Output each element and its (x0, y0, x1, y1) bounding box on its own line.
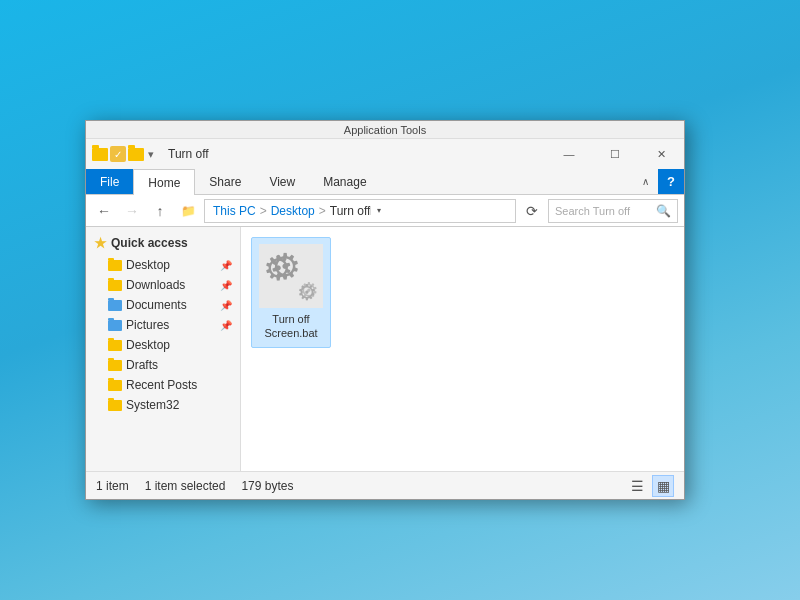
gear-icon-large: ⚙ ⚙ (259, 244, 323, 308)
ribbon-expand[interactable]: ∧ (632, 169, 658, 194)
tab-home[interactable]: Home (133, 169, 195, 195)
explorer-window: Application Tools ✓ ▾ Turn off — ☐ ✕ Fil… (85, 120, 685, 500)
folder-icon-2 (128, 148, 144, 161)
folder-location-icon[interactable]: 📁 (176, 199, 200, 223)
refresh-button[interactable]: ⟳ (520, 199, 544, 223)
item-count: 1 item (96, 479, 129, 493)
sidebar-item-recent-posts[interactable]: Recent Posts (86, 375, 240, 395)
title-bar-main: ✓ ▾ Turn off — ☐ ✕ (86, 139, 684, 169)
sidebar-item-pictures[interactable]: Pictures 📌 (86, 315, 240, 335)
search-icon: 🔍 (656, 204, 671, 218)
sidebar-item-label: Desktop (126, 258, 170, 272)
sidebar-item-documents[interactable]: Documents 📌 (86, 295, 240, 315)
quick-access-star-icon: ★ (94, 235, 107, 251)
back-button[interactable]: ← (92, 199, 116, 223)
title-bar-icons: ✓ ▾ (86, 139, 160, 169)
forward-button[interactable]: → (120, 199, 144, 223)
view-list-button[interactable]: ☰ (626, 475, 648, 497)
gear-icon-small: ⚙ (299, 278, 319, 304)
sidebar-item-label: Drafts (126, 358, 158, 372)
sidebar-item-system32[interactable]: System32 (86, 395, 240, 415)
up-button[interactable]: ↑ (148, 199, 172, 223)
folder-icon-desktop2 (108, 340, 122, 351)
path-part-thispc: This PC (213, 204, 256, 218)
view-detail-button[interactable]: ▦ (652, 475, 674, 497)
status-bar: 1 item 1 item selected 179 bytes ☰ ▦ (86, 471, 684, 499)
window-controls: — ☐ ✕ (546, 139, 684, 169)
app-tools-strip: Application Tools (86, 121, 684, 139)
tab-file[interactable]: File (86, 169, 133, 194)
file-size: 179 bytes (241, 479, 293, 493)
path-part-turnoff: Turn off (330, 204, 371, 218)
selected-info: 1 item selected (145, 479, 226, 493)
dropdown-arrow[interactable]: ▾ (148, 148, 154, 161)
sidebar-item-label: System32 (126, 398, 179, 412)
checkmark-icon: ✓ (110, 146, 126, 162)
pin-icon-pictures: 📌 (220, 320, 232, 331)
file-area[interactable]: ⚙ ⚙ Turn offScreen.bat (241, 227, 684, 471)
sidebar-section-label: Quick access (111, 236, 188, 250)
folder-icon-pictures (108, 320, 122, 331)
ribbon-spacer (381, 169, 632, 194)
sidebar-item-label: Desktop (126, 338, 170, 352)
folder-icon-downloads (108, 280, 122, 291)
pin-icon-downloads: 📌 (220, 280, 232, 291)
address-bar: ← → ↑ 📁 This PC > Desktop > Turn off ▾ ⟳… (86, 195, 684, 227)
search-box[interactable]: Search Turn off 🔍 (548, 199, 678, 223)
status-bar-right: ☰ ▦ (626, 475, 674, 497)
app-tools-label: Application Tools (344, 124, 426, 136)
sidebar-item-label: Recent Posts (126, 378, 197, 392)
file-item-turnoff[interactable]: ⚙ ⚙ Turn offScreen.bat (251, 237, 331, 348)
pin-icon-documents: 📌 (220, 300, 232, 311)
folder-icon (92, 148, 108, 161)
pin-icon: 📌 (220, 260, 232, 271)
address-dropdown[interactable]: ▾ (370, 206, 386, 215)
sidebar-item-drafts[interactable]: Drafts (86, 355, 240, 375)
title-bar-wrapper: Application Tools ✓ ▾ Turn off — ☐ ✕ (86, 121, 684, 169)
sidebar-item-label: Documents (126, 298, 187, 312)
main-area: ★ Quick access Desktop 📌 Downloads 📌 Doc… (86, 227, 684, 471)
tab-share[interactable]: Share (195, 169, 255, 194)
window-title: Turn off (160, 139, 546, 169)
folder-icon-desktop (108, 260, 122, 271)
gear-icon-main: ⚙ (263, 248, 293, 288)
close-button[interactable]: ✕ (638, 139, 684, 169)
sidebar-section-quickaccess[interactable]: ★ Quick access (86, 231, 240, 255)
ribbon-tabs: File Home Share View Manage ∧ ? (86, 169, 684, 195)
tab-view[interactable]: View (255, 169, 309, 194)
search-placeholder: Search Turn off (555, 205, 630, 217)
sidebar: ★ Quick access Desktop 📌 Downloads 📌 Doc… (86, 227, 241, 471)
sidebar-item-desktop2[interactable]: Desktop (86, 335, 240, 355)
bat-file-icon: ⚙ ⚙ (259, 244, 323, 308)
address-path[interactable]: This PC > Desktop > Turn off ▾ (204, 199, 516, 223)
folder-icon-recent-posts (108, 380, 122, 391)
sidebar-item-label: Pictures (126, 318, 169, 332)
sidebar-item-downloads[interactable]: Downloads 📌 (86, 275, 240, 295)
sidebar-item-desktop[interactable]: Desktop 📌 (86, 255, 240, 275)
folder-icon-system32 (108, 400, 122, 411)
path-part-desktop: Desktop (271, 204, 315, 218)
ribbon-help[interactable]: ? (658, 169, 684, 194)
maximize-button[interactable]: ☐ (592, 139, 638, 169)
minimize-button[interactable]: — (546, 139, 592, 169)
folder-icon-documents (108, 300, 122, 311)
file-item-label: Turn offScreen.bat (264, 312, 317, 341)
tab-manage[interactable]: Manage (309, 169, 380, 194)
folder-icon-drafts (108, 360, 122, 371)
sidebar-item-label: Downloads (126, 278, 185, 292)
